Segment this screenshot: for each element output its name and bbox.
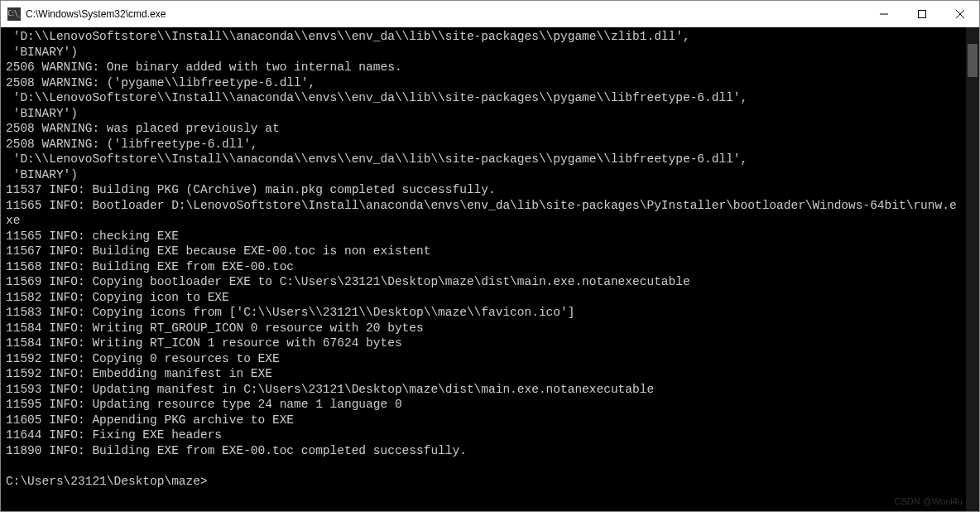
- close-button[interactable]: [941, 1, 979, 27]
- scrollbar-thumb[interactable]: [968, 44, 978, 77]
- terminal-output[interactable]: 'D:\\LenovoSoftstore\\Install\\anaconda\…: [1, 27, 966, 511]
- svg-rect-0: [919, 10, 926, 17]
- window-title: C:\Windows\System32\cmd.exe: [26, 8, 865, 20]
- scrollbar-track[interactable]: [966, 27, 979, 511]
- maximize-button[interactable]: [903, 1, 941, 27]
- main-window: C:\_ C:\Windows\System32\cmd.exe 'D:\\Le…: [0, 0, 980, 512]
- window-controls: [865, 1, 979, 27]
- terminal-area[interactable]: 'D:\\LenovoSoftstore\\Install\\anaconda\…: [1, 27, 979, 511]
- minimize-button[interactable]: [865, 1, 903, 27]
- app-icon: C:\_: [7, 7, 21, 21]
- titlebar[interactable]: C:\_ C:\Windows\System32\cmd.exe: [1, 1, 979, 27]
